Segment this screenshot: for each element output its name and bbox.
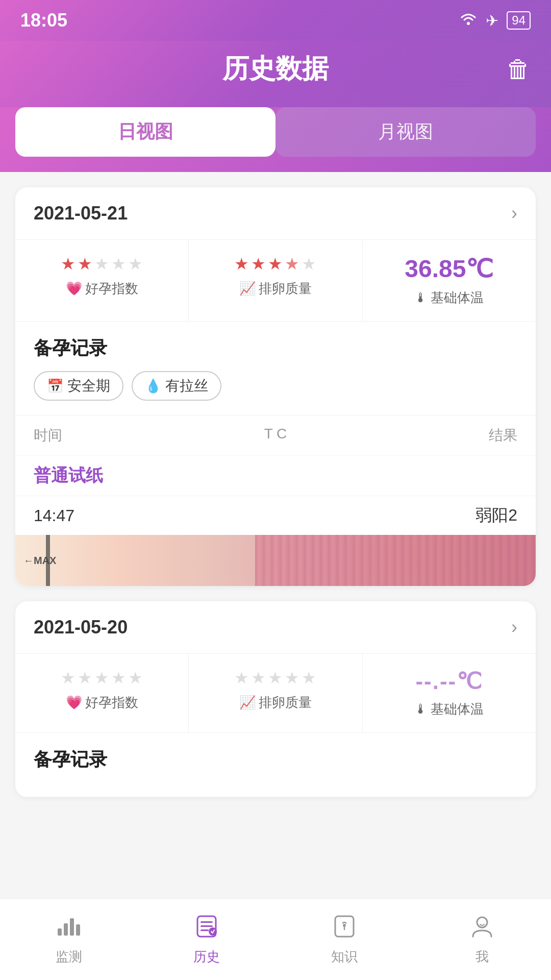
tab-month-view[interactable]: 月视图 bbox=[276, 107, 536, 157]
stat-label-ovulation: 📈 排卵质量 bbox=[239, 280, 312, 298]
svg-rect-7 bbox=[201, 925, 213, 927]
star-5: ★ bbox=[302, 254, 316, 274]
svg-rect-3 bbox=[70, 918, 74, 936]
stat-pregnancy-index-2: ★ ★ ★ ★ ★ 💗 好孕指数 bbox=[15, 654, 189, 732]
drop-icon: 💧 bbox=[145, 378, 161, 394]
star-2: ★ bbox=[251, 254, 266, 274]
temp-value-1: 36.85℃ bbox=[405, 254, 493, 283]
test-strip-image: ←MAX bbox=[15, 535, 536, 586]
nav-label-history: 历史 bbox=[193, 948, 220, 966]
monitor-icon bbox=[56, 913, 82, 944]
test-time-1: 14:47 bbox=[34, 506, 74, 525]
svg-point-9 bbox=[209, 927, 217, 936]
svg-rect-8 bbox=[201, 929, 209, 931]
history-icon bbox=[193, 913, 220, 944]
nav-item-monitor[interactable]: 监测 bbox=[0, 899, 138, 980]
tab-day-view[interactable]: 日视图 bbox=[15, 107, 276, 157]
card-2021-05-21: 2021-05-21 › ★ ★ ★ ★ ★ 💗 好孕指数 bbox=[15, 187, 536, 586]
chart-icon: 📈 bbox=[239, 281, 256, 297]
test-section-1: 时间 T C 结果 普通试纸 14:47 弱阳2 ←MAX bbox=[15, 415, 536, 586]
heartbeat-icon: 💗 bbox=[66, 281, 82, 297]
status-icons: ✈ 94 bbox=[459, 11, 531, 30]
nav-item-me[interactable]: 我 bbox=[413, 899, 551, 980]
max-label: ←MAX bbox=[23, 555, 56, 567]
records-section-1: 备孕记录 📅 安全期 💧 有拉丝 bbox=[15, 322, 536, 415]
test-entry-1: 14:47 弱阳2 bbox=[15, 496, 536, 535]
test-strip-inner: ←MAX bbox=[15, 535, 536, 586]
stat-label-pregnancy: 💗 好孕指数 bbox=[66, 280, 138, 298]
wifi-icon bbox=[459, 12, 478, 30]
star-5: ★ bbox=[128, 254, 143, 274]
svg-point-0 bbox=[467, 22, 470, 25]
svg-rect-2 bbox=[64, 923, 68, 936]
star-row-ovulation: ★ ★ ★ ★ ★ bbox=[234, 254, 316, 274]
test-strip-pattern bbox=[255, 535, 536, 586]
nav-item-knowledge[interactable]: 知识 bbox=[276, 899, 413, 980]
card-2021-05-20: 2021-05-20 › ★ ★ ★ ★ ★ 💗 好孕指数 ★ bbox=[15, 601, 536, 797]
test-result-1: 弱阳2 bbox=[475, 504, 517, 527]
records-title-2: 备孕记录 bbox=[34, 747, 517, 772]
temp-value-2: --.--℃ bbox=[415, 668, 483, 694]
temp-label-2: 🌡 基础体温 bbox=[414, 700, 484, 718]
star-3: ★ bbox=[268, 254, 283, 274]
star-3: ★ bbox=[94, 254, 109, 274]
star-1: ★ bbox=[61, 254, 76, 274]
star-row-2-pregnancy: ★ ★ ★ ★ ★ bbox=[61, 668, 143, 688]
records-tags-1: 📅 安全期 💧 有拉丝 bbox=[34, 371, 517, 401]
knowledge-icon bbox=[331, 913, 358, 944]
star-2: ★ bbox=[78, 254, 92, 274]
records-section-2: 备孕记录 bbox=[15, 733, 536, 797]
page-header: 历史数据 🗑 bbox=[0, 41, 551, 107]
chart-icon-2: 📈 bbox=[239, 695, 256, 710]
card-date-1: 2021-05-21 bbox=[34, 203, 128, 224]
page-title: 历史数据 bbox=[222, 51, 329, 87]
stat-ovulation-2: ★ ★ ★ ★ ★ 📈 排卵质量 bbox=[189, 654, 362, 732]
test-strip-dark-line bbox=[46, 535, 50, 586]
status-time: 18:05 bbox=[20, 10, 67, 31]
card-header-1[interactable]: 2021-05-21 › bbox=[15, 187, 536, 240]
stat-label-pregnancy-2: 💗 好孕指数 bbox=[66, 694, 138, 712]
temp-label-1: 🌡 基础体温 bbox=[414, 289, 484, 307]
tag-mucus: 💧 有拉丝 bbox=[132, 371, 221, 401]
card-arrow-2: › bbox=[511, 617, 517, 638]
bottom-nav: 监测 历史 知识 bbox=[0, 898, 551, 980]
star-4: ★ bbox=[111, 254, 126, 274]
card-arrow-1: › bbox=[511, 203, 517, 224]
stats-row-1: ★ ★ ★ ★ ★ 💗 好孕指数 ★ ★ ★ ★ ★ bbox=[15, 240, 536, 322]
records-title-1: 备孕记录 bbox=[34, 336, 517, 361]
star-4: ★ bbox=[285, 254, 299, 274]
svg-rect-1 bbox=[58, 928, 62, 936]
star-1: ★ bbox=[234, 254, 249, 274]
test-type-1: 普通试纸 bbox=[15, 456, 536, 496]
test-header-1: 时间 T C 结果 bbox=[15, 415, 536, 456]
main-content: 2021-05-21 › ★ ★ ★ ★ ★ 💗 好孕指数 bbox=[0, 172, 551, 879]
calendar-icon: 📅 bbox=[47, 378, 63, 394]
delete-button[interactable]: 🗑 bbox=[506, 55, 531, 83]
star-row-pregnancy: ★ ★ ★ ★ ★ bbox=[61, 254, 143, 274]
stat-temperature-2: --.--℃ 🌡 基础体温 bbox=[363, 654, 536, 732]
stats-row-2: ★ ★ ★ ★ ★ 💗 好孕指数 ★ ★ ★ ★ ★ bbox=[15, 654, 536, 733]
stat-temperature-1: 36.85℃ 🌡 基础体温 bbox=[363, 240, 536, 321]
airplane-icon: ✈ bbox=[486, 12, 498, 30]
svg-rect-6 bbox=[201, 921, 213, 923]
battery-icon: 94 bbox=[507, 11, 531, 30]
nav-item-history[interactable]: 历史 bbox=[138, 899, 276, 980]
tag-safe-period: 📅 安全期 bbox=[34, 371, 123, 401]
stat-ovulation-1: ★ ★ ★ ★ ★ 📈 排卵质量 bbox=[189, 240, 362, 321]
nav-label-monitor: 监测 bbox=[56, 948, 82, 966]
tab-bar: 日视图 月视图 bbox=[0, 107, 551, 172]
battery-container: 94 bbox=[507, 11, 531, 30]
card-date-2: 2021-05-20 bbox=[34, 617, 128, 638]
heartbeat-icon-2: 💗 bbox=[66, 695, 82, 710]
nav-label-me: 我 bbox=[475, 948, 489, 966]
me-icon bbox=[469, 913, 495, 944]
stat-pregnancy-index-1: ★ ★ ★ ★ ★ 💗 好孕指数 bbox=[15, 240, 189, 321]
nav-label-knowledge: 知识 bbox=[331, 948, 358, 966]
thermometer-icon: 🌡 bbox=[414, 290, 428, 306]
stat-label-ovulation-2: 📈 排卵质量 bbox=[239, 694, 312, 712]
card-header-2[interactable]: 2021-05-20 › bbox=[15, 601, 536, 654]
thermometer-icon-2: 🌡 bbox=[414, 701, 428, 717]
star-row-2-ovulation: ★ ★ ★ ★ ★ bbox=[234, 668, 316, 688]
status-bar: 18:05 ✈ 94 bbox=[0, 0, 551, 41]
svg-rect-4 bbox=[76, 924, 80, 936]
